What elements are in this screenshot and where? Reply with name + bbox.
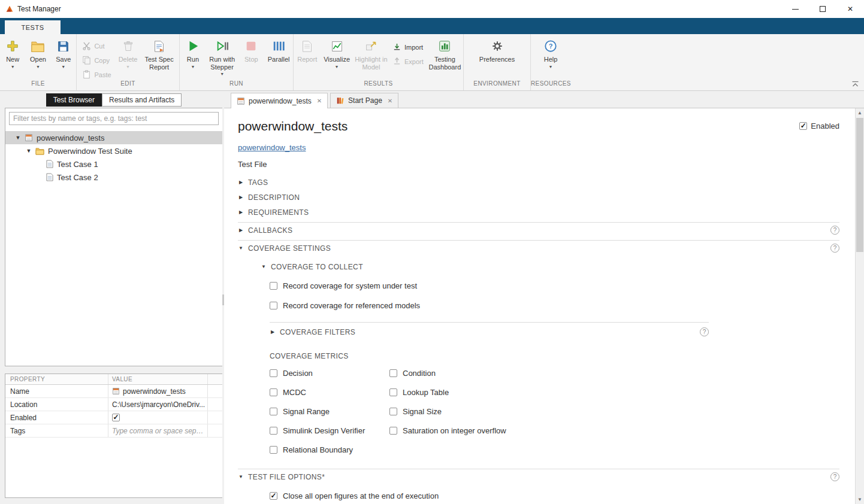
paste-button[interactable]: Paste (82, 70, 111, 79)
test-file-link[interactable]: powerwindow_tests (238, 143, 306, 152)
filter-tests-input[interactable] (9, 112, 219, 125)
tree-item-test-case-2[interactable]: Test Case 2 (5, 171, 222, 184)
lookup-table-checkbox[interactable] (389, 388, 397, 396)
visualize-button[interactable]: Visualize ▼ (321, 36, 352, 80)
highlight-in-model-button[interactable]: Highlight in Model (353, 36, 389, 80)
tags-placeholder: Type comma or space separat (112, 427, 207, 435)
section-tags[interactable]: ▶ TAGS (238, 175, 839, 190)
record-coverage-ref-models-checkbox[interactable] (270, 302, 277, 309)
chevron-down-icon: ▼ (549, 65, 553, 69)
property-row-name: Name powerwindow_tests (5, 385, 222, 398)
parallel-button[interactable]: Parallel (264, 36, 293, 80)
testing-dashboard-label: Testing Dashboard (427, 56, 463, 71)
scroll-up-icon[interactable]: ▲ (856, 108, 864, 117)
save-button[interactable]: Save ▼ (51, 36, 76, 80)
open-button-label: Open (30, 56, 46, 63)
mcdc-checkbox[interactable] (270, 388, 277, 396)
close-tab-icon[interactable]: ✕ (388, 98, 392, 104)
help-icon: ? (544, 38, 557, 54)
highlight-in-model-label: Highlight in Model (353, 56, 389, 71)
close-icon: ✕ (847, 5, 853, 13)
record-coverage-sut-row: Record coverage for system under test (261, 281, 839, 290)
scrollbar-thumb[interactable] (856, 118, 863, 252)
doc-tab-start-page[interactable]: Start Page ✕ (330, 93, 398, 108)
tree-item-test-suite[interactable]: ▼ Powerwindow Test Suite (5, 144, 222, 157)
chevron-down-icon: ▼ (36, 65, 40, 69)
section-requirements[interactable]: ▶ REQUIREMENTS (238, 205, 839, 220)
section-test-file-options[interactable]: ▼ TEST FILE OPTIONS* ? (238, 469, 839, 484)
section-coverage-filters[interactable]: ▶ COVERAGE FILTERS ? (270, 322, 709, 336)
coverage-metrics-grid: Decision Condition MCDC Lookup Table Sig… (261, 369, 839, 454)
tab-tests[interactable]: TESTS (5, 20, 61, 34)
property-label: Name (5, 385, 108, 397)
collapse-ribbon-button[interactable] (851, 81, 859, 87)
enabled-property-checkbox[interactable] (112, 414, 120, 421)
maximize-button[interactable] (809, 0, 836, 18)
run-with-stepper-button[interactable]: Run with Stepper ▼ (206, 36, 238, 80)
close-figures-checkbox[interactable] (270, 492, 277, 500)
import-button-label: Import (404, 44, 423, 51)
testing-dashboard-button[interactable]: Testing Dashboard (427, 36, 463, 80)
tree-item-test-file[interactable]: ▼ powerwindow_tests (5, 131, 222, 144)
condition-checkbox[interactable] (389, 369, 397, 377)
decision-checkbox[interactable] (270, 369, 277, 377)
cut-icon (82, 41, 91, 50)
close-figures-row: Close all open figures at the end of exe… (238, 491, 839, 500)
report-button[interactable]: Report (294, 36, 321, 80)
name-value-cell[interactable]: powerwindow_tests (108, 385, 208, 397)
test-spec-report-button[interactable]: Test Spec Report (142, 36, 177, 80)
ribbon-group-edit-label: EDIT (77, 80, 179, 90)
help-icon[interactable]: ? (830, 472, 839, 481)
saturation-overflow-checkbox[interactable] (389, 427, 397, 435)
chevron-down-icon[interactable]: ▼ (15, 135, 21, 141)
help-icon[interactable]: ? (700, 327, 709, 336)
signal-range-checkbox[interactable] (270, 408, 277, 415)
help-button[interactable]: ? Help ▼ (537, 36, 564, 80)
ribbon-group-file-label: FILE (0, 80, 76, 90)
close-tab-icon[interactable]: ✕ (317, 98, 322, 104)
tags-value-cell[interactable]: Type comma or space separat (108, 424, 208, 437)
stop-button[interactable]: Stop (238, 36, 264, 80)
simulink-design-verifier-checkbox[interactable] (270, 427, 277, 435)
ribbon-group-resources: ? Help ▼ RESOURCES (531, 34, 570, 90)
export-button[interactable]: Export (392, 57, 424, 66)
tab-test-browser[interactable]: Test Browser (46, 93, 102, 107)
paste-icon (82, 70, 91, 79)
relational-boundary-checkbox[interactable] (270, 446, 277, 454)
enabled-value-cell (108, 411, 208, 424)
copy-button[interactable]: Copy (82, 56, 111, 65)
vertical-scrollbar[interactable]: ▲ ▼ (855, 108, 864, 504)
section-callbacks[interactable]: ▶ CALLBACKS ? (238, 223, 839, 238)
new-icon (6, 38, 19, 54)
scroll-down-icon[interactable]: ▼ (856, 495, 864, 504)
enabled-checkbox[interactable] (799, 122, 807, 130)
export-icon (392, 57, 401, 66)
signal-size-checkbox[interactable] (389, 408, 397, 415)
chevron-down-icon[interactable]: ▼ (26, 148, 32, 154)
open-button[interactable]: Open ▼ (25, 36, 50, 80)
import-button[interactable]: Import (392, 42, 424, 51)
minimize-button[interactable] (781, 0, 809, 18)
help-icon[interactable]: ? (830, 244, 839, 253)
test-file-icon (112, 387, 120, 395)
run-button[interactable]: Run ▼ (180, 36, 206, 80)
parallel-button-label: Parallel (268, 56, 290, 63)
report-button-label: Report (297, 56, 317, 63)
tab-results-and-artifacts[interactable]: Results and Artifacts (102, 93, 182, 107)
tree-item-test-case-1[interactable]: Test Case 1 (5, 157, 222, 171)
section-coverage-settings[interactable]: ▼ COVERAGE SETTINGS ? (238, 241, 839, 256)
close-button[interactable]: ✕ (836, 0, 864, 18)
preferences-button[interactable]: Preferences (476, 36, 518, 80)
doc-tab-powerwindow-tests[interactable]: powerwindow_tests ✕ (231, 93, 328, 108)
record-coverage-sut-checkbox[interactable] (270, 282, 277, 290)
section-coverage-to-collect[interactable]: ▼ COVERAGE TO COLLECT (261, 259, 839, 274)
new-button[interactable]: New ▼ (0, 36, 25, 80)
cut-button[interactable]: Cut (82, 41, 111, 50)
checkbox-label: MCDC (283, 388, 306, 397)
section-description[interactable]: ▶ DESCRIPTION (238, 190, 839, 205)
delete-button[interactable]: Delete ▼ (114, 36, 142, 80)
help-icon[interactable]: ? (830, 226, 839, 235)
doc-tab-label: Start Page (348, 96, 382, 105)
copy-icon (82, 56, 91, 65)
help-button-label: Help (544, 56, 558, 63)
